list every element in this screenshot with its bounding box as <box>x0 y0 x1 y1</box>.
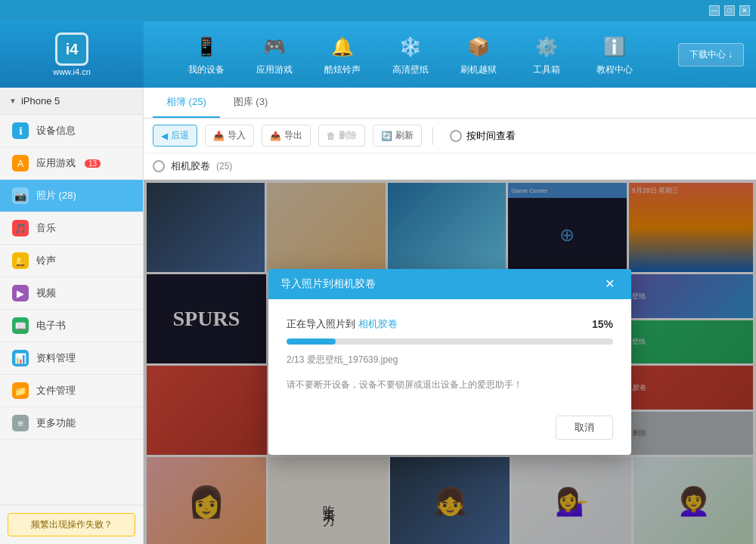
sidebar-item-app-game[interactable]: A 应用游戏 13 <box>0 147 143 180</box>
app-game-sidebar-icon: A <box>12 155 29 172</box>
nav-label-my-device: 我的设备 <box>188 63 225 76</box>
album-bar: 相机胶卷 (25) <box>144 153 756 180</box>
photos-sidebar-icon: 📷 <box>12 187 29 204</box>
nav-label-ringtone: 酷炫铃声 <box>324 63 361 76</box>
sidebar-label-ebook: 电子书 <box>36 319 66 332</box>
sidebar-items: ℹ 设备信息 A 应用游戏 13 📷 照片 (28) 🎵 音乐 🔔 铃声 ▶ <box>0 115 143 505</box>
ebook-sidebar-icon: 📖 <box>12 317 29 334</box>
logo-area: i4 www.i4.cn <box>0 21 144 88</box>
sidebar-label-music: 音乐 <box>36 221 56 235</box>
main-area: ▼ iPhone 5 ℹ 设备信息 A 应用游戏 13 📷 照片 (28) 🎵 … <box>0 88 756 544</box>
tutorial-icon: ℹ️ <box>601 33 628 60</box>
content-area: 相簿 (25) 图库 (3) ◀ 后退 📥 导入 📤 导出 🗑 删除 🔄 <box>144 88 756 544</box>
device-header[interactable]: ▼ iPhone 5 <box>0 88 143 115</box>
device-arrow-icon: ▼ <box>9 97 17 105</box>
ringtone-icon: 🔔 <box>329 33 356 60</box>
refresh-icon: 🔄 <box>381 131 392 141</box>
sidebar-label-more: 更多功能 <box>36 416 76 430</box>
data-mgmt-sidebar-icon: 📊 <box>12 350 29 366</box>
dialog-body: 正在导入照片到 相机胶卷 15% 2/13 爱思壁纸_197639.jpeg 请… <box>268 299 631 416</box>
sidebar-item-device-info[interactable]: ℹ 设备信息 <box>0 115 143 147</box>
sidebar-item-music[interactable]: 🎵 音乐 <box>0 212 143 245</box>
import-icon: 📥 <box>213 131 225 141</box>
app-game-badge: 13 <box>85 159 101 168</box>
sidebar-label-device-info: 设备信息 <box>36 124 76 138</box>
sidebar: ▼ iPhone 5 ℹ 设备信息 A 应用游戏 13 📷 照片 (28) 🎵 … <box>0 88 144 544</box>
delete-label: 删除 <box>339 129 357 142</box>
nav-item-ringtone[interactable]: 🔔 酷炫铃声 <box>308 21 376 88</box>
freq-button[interactable]: 频繁出现操作失败？ <box>8 513 135 536</box>
dialog-footer: 取消 <box>268 416 631 455</box>
back-icon: ◀ <box>161 131 168 141</box>
sidebar-item-ringtone[interactable]: 🔔 铃声 <box>0 245 143 277</box>
toolbox-icon: ⚙️ <box>533 33 560 60</box>
nav-item-my-device[interactable]: 📱 我的设备 <box>172 21 240 88</box>
progress-row: 正在导入照片到 相机胶卷 15% <box>287 317 613 331</box>
close-button[interactable]: ✕ <box>739 5 750 16</box>
tabs-bar: 相簿 (25) 图库 (3) <box>144 88 756 119</box>
title-bar: — □ ✕ <box>0 0 756 21</box>
logo-icon: i4 <box>55 32 88 66</box>
progress-highlight: 相机胶卷 <box>358 318 398 329</box>
back-button[interactable]: ◀ 后退 <box>153 125 197 147</box>
sidebar-label-video: 视频 <box>36 286 56 300</box>
download-center-button[interactable]: 下载中心 ↓ <box>678 43 744 66</box>
export-button[interactable]: 📤 导出 <box>262 125 311 147</box>
nav-label-toolbox: 工具箱 <box>533 63 560 76</box>
app-game-icon: 🎮 <box>261 33 288 60</box>
delete-button[interactable]: 🗑 删除 <box>318 125 365 147</box>
delete-icon: 🗑 <box>327 131 336 141</box>
nav-area: 📱 我的设备 🎮 应用游戏 🔔 酷炫铃声 ❄️ 高清壁纸 📦 刷机越狱 ⚙️ 工… <box>144 21 678 88</box>
file-mgmt-sidebar-icon: 📁 <box>12 382 29 399</box>
sidebar-item-file-mgmt[interactable]: 📁 文件管理 <box>0 375 143 407</box>
album-radio[interactable] <box>153 160 165 172</box>
dialog-warning: 请不要断开设备，设备不要锁屏或退出设备上的爱思助手！ <box>287 379 613 391</box>
sidebar-label-file-mgmt: 文件管理 <box>36 384 76 397</box>
ringtone-sidebar-icon: 🔔 <box>12 252 29 269</box>
tab-gallery[interactable]: 图库 (3) <box>220 88 282 118</box>
dialog-close-button[interactable]: ✕ <box>600 277 619 292</box>
album-count: (25) <box>216 161 232 172</box>
nav-item-toolbox[interactable]: ⚙️ 工具箱 <box>513 21 581 88</box>
import-button[interactable]: 📥 导入 <box>205 125 254 147</box>
minimize-button[interactable]: — <box>709 5 720 16</box>
sidebar-label-data-mgmt: 资料管理 <box>36 351 76 365</box>
progress-percent: 15% <box>592 318 613 330</box>
nav-label-tutorial: 教程中心 <box>596 63 633 76</box>
nav-item-wallpaper[interactable]: ❄️ 高清壁纸 <box>376 21 445 88</box>
logo-subtitle: www.i4.cn <box>53 67 91 76</box>
import-label: 导入 <box>228 129 246 142</box>
video-sidebar-icon: ▶ <box>12 285 29 301</box>
header: i4 www.i4.cn 📱 我的设备 🎮 应用游戏 🔔 酷炫铃声 ❄️ 高清壁… <box>0 21 756 88</box>
nav-label-app-game: 应用游戏 <box>256 63 293 76</box>
tab-album[interactable]: 相簿 (25) <box>153 88 220 118</box>
progress-bar-fill <box>287 338 336 345</box>
cancel-import-button[interactable]: 取消 <box>556 416 613 440</box>
nav-item-jailbreak[interactable]: 📦 刷机越狱 <box>445 21 513 88</box>
dialog-title: 导入照片到相机胶卷 <box>280 277 376 291</box>
jailbreak-icon: 📦 <box>465 33 492 60</box>
nav-label-wallpaper: 高清壁纸 <box>392 63 429 76</box>
sidebar-item-more[interactable]: ≡ 更多功能 <box>0 407 143 440</box>
device-name: iPhone 5 <box>21 95 60 107</box>
content-wrapper: Game Center ⊕ 9月28日 星期三 <box>144 180 756 544</box>
time-view-label: 按时间查看 <box>466 129 516 143</box>
album-name: 相机胶卷 <box>171 159 210 173</box>
toolbar: ◀ 后退 📥 导入 📤 导出 🗑 删除 🔄 刷新 按时间查看 <box>144 119 756 153</box>
maximize-button[interactable]: □ <box>724 5 735 16</box>
sidebar-item-photos[interactable]: 📷 照片 (28) <box>0 180 143 212</box>
time-view-radio-circle <box>450 130 462 142</box>
nav-item-tutorial[interactable]: ℹ️ 教程中心 <box>581 21 649 88</box>
import-dialog: 导入照片到相机胶卷 ✕ 正在导入照片到 相机胶卷 15% <box>268 269 631 455</box>
sidebar-item-data-mgmt[interactable]: 📊 资料管理 <box>0 342 143 375</box>
sidebar-item-video[interactable]: ▶ 视频 <box>0 277 143 310</box>
progress-bar-background <box>287 338 613 345</box>
sidebar-item-ebook[interactable]: 📖 电子书 <box>0 310 143 342</box>
more-sidebar-icon: ≡ <box>12 415 29 431</box>
device-info-icon: ℹ <box>12 122 29 139</box>
nav-item-app-game[interactable]: 🎮 应用游戏 <box>240 21 308 88</box>
refresh-button[interactable]: 🔄 刷新 <box>373 125 422 147</box>
wallpaper-icon: ❄️ <box>397 33 424 60</box>
time-view-radio[interactable]: 按时间查看 <box>450 129 516 143</box>
dialog-header: 导入照片到相机胶卷 ✕ <box>268 269 631 299</box>
